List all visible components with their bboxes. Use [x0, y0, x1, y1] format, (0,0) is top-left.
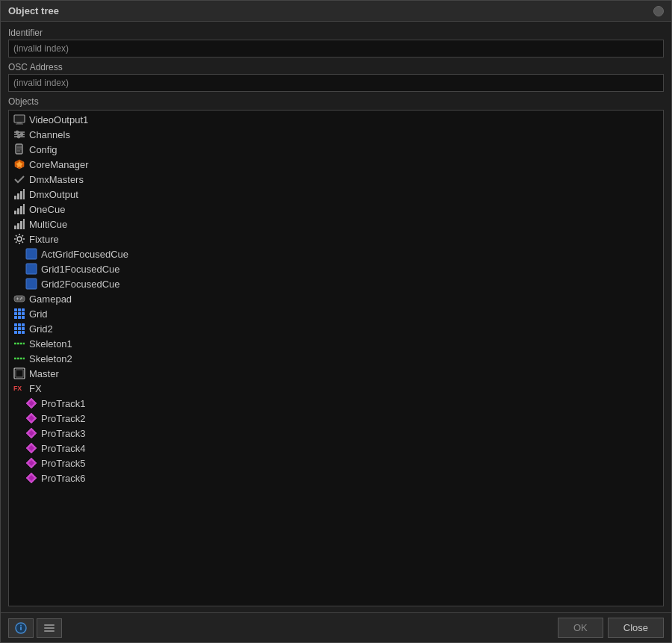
svg-rect-16	[14, 196, 16, 199]
list-item[interactable]: Gamepad	[9, 291, 663, 306]
icon-core	[13, 158, 25, 170]
list-item[interactable]: OneCue	[9, 202, 663, 217]
objects-section: Objects VideoOutput1 Channels	[8, 96, 664, 606]
icon-channels	[13, 128, 25, 140]
list-item-label: VideoOutput1	[29, 114, 88, 125]
list-item[interactable]: ProTrack5	[9, 456, 663, 470]
svg-point-7	[20, 133, 23, 136]
icon-blue-rect	[25, 248, 37, 260]
list-button[interactable]	[37, 618, 62, 638]
svg-rect-39	[22, 308, 25, 311]
icon-skeleton	[13, 338, 25, 350]
svg-rect-52	[14, 331, 17, 334]
objects-label: Objects	[8, 96, 664, 107]
svg-rect-42	[22, 312, 25, 315]
list-item-label: ProTrack5	[41, 458, 85, 469]
list-item[interactable]: Grid1FocusedCue	[9, 261, 663, 276]
list-item-label: CoreManager	[29, 159, 89, 170]
icon-protrack	[25, 442, 37, 454]
list-item[interactable]: Skeleton1	[9, 336, 663, 351]
osc-input[interactable]	[8, 74, 664, 92]
svg-rect-43	[14, 316, 17, 319]
svg-rect-46	[14, 323, 17, 326]
info-button[interactable]	[8, 618, 34, 638]
svg-rect-58	[16, 370, 23, 377]
svg-point-8	[17, 135, 20, 138]
svg-rect-17	[17, 193, 19, 199]
objects-list[interactable]: VideoOutput1 Channels Config Core	[9, 111, 663, 606]
svg-point-74	[20, 624, 22, 626]
list-item[interactable]: Grid	[9, 306, 663, 321]
svg-rect-21	[17, 208, 19, 214]
list-item[interactable]: Grid2	[9, 321, 663, 336]
svg-rect-25	[17, 223, 19, 229]
icon-gear	[13, 233, 25, 245]
svg-rect-41	[18, 312, 21, 315]
list-item-label: DmxMasters	[29, 174, 84, 185]
list-item-label: Grid1FocusedCue	[41, 264, 120, 275]
svg-rect-18	[20, 191, 22, 199]
svg-rect-29	[26, 249, 37, 259]
list-item[interactable]: ProTrack1	[9, 396, 663, 411]
svg-rect-75	[44, 624, 55, 626]
icon-grid	[13, 308, 25, 320]
list-item-label: MultiCue	[29, 219, 67, 230]
svg-rect-45	[22, 316, 25, 319]
svg-text:FX: FX	[13, 385, 22, 392]
svg-rect-73	[20, 627, 22, 630]
list-item-label: Skeleton1	[29, 338, 72, 350]
svg-rect-23	[23, 204, 25, 214]
list-item[interactable]: Config	[9, 142, 663, 157]
list-item[interactable]: FX FX	[9, 381, 663, 396]
list-item-label: Config	[29, 144, 57, 155]
list-item[interactable]: ProTrack4	[9, 441, 663, 456]
list-item-label: Channels	[29, 129, 70, 140]
list-item-label: OneCue	[29, 204, 65, 215]
list-item[interactable]: ProTrack2	[9, 411, 663, 426]
svg-point-6	[16, 131, 19, 134]
list-item-label: Grid	[29, 308, 48, 320]
svg-rect-24	[14, 226, 16, 229]
svg-point-28	[17, 237, 22, 241]
list-item[interactable]: Channels	[9, 127, 663, 142]
objects-list-wrapper: VideoOutput1 Channels Config Core	[8, 110, 664, 606]
icon-doc	[13, 143, 25, 155]
list-item[interactable]: Grid2FocusedCue	[9, 276, 663, 291]
list-item-label: FX	[29, 383, 42, 394]
icon-blue-rect	[25, 278, 37, 290]
svg-rect-54	[22, 331, 25, 334]
list-item[interactable]: VideoOutput1	[9, 112, 663, 127]
svg-rect-53	[18, 331, 21, 334]
list-item-label: DmxOutput	[29, 189, 78, 200]
icon-dmx	[13, 218, 25, 230]
list-item-label: Grid2FocusedCue	[41, 279, 120, 290]
icon-protrack	[25, 412, 37, 424]
svg-point-36	[20, 299, 22, 300]
list-item[interactable]: Skeleton2	[9, 351, 663, 366]
close-button[interactable]: Close	[608, 618, 664, 638]
icon-blue-rect	[25, 263, 37, 275]
list-item[interactable]: DmxOutput	[9, 187, 663, 202]
list-item[interactable]: CoreManager	[9, 157, 663, 172]
list-item-label: Gamepad	[29, 293, 72, 305]
icon-master	[13, 367, 25, 379]
svg-rect-27	[23, 219, 25, 229]
svg-rect-19	[23, 189, 25, 199]
list-item[interactable]: DmxMasters	[9, 172, 663, 187]
svg-rect-38	[18, 308, 21, 311]
list-item-label: Master	[29, 368, 59, 379]
icon-grid	[13, 323, 25, 335]
list-item-label: ProTrack1	[41, 398, 85, 409]
list-item[interactable]: Master	[9, 366, 663, 381]
ok-button[interactable]: OK	[558, 618, 603, 638]
list-item[interactable]: ProTrack3	[9, 426, 663, 441]
list-item[interactable]: ProTrack6	[9, 470, 663, 485]
svg-rect-51	[22, 327, 25, 330]
list-item[interactable]: MultiCue	[9, 217, 663, 232]
list-item[interactable]: ActGridFocusedCue	[9, 246, 663, 261]
list-item[interactable]: Fixture	[9, 232, 663, 246]
dialog-title: Object tree	[8, 5, 59, 16]
icon-monitor	[13, 114, 25, 125]
svg-rect-50	[18, 327, 21, 330]
identifier-input[interactable]	[8, 40, 664, 58]
